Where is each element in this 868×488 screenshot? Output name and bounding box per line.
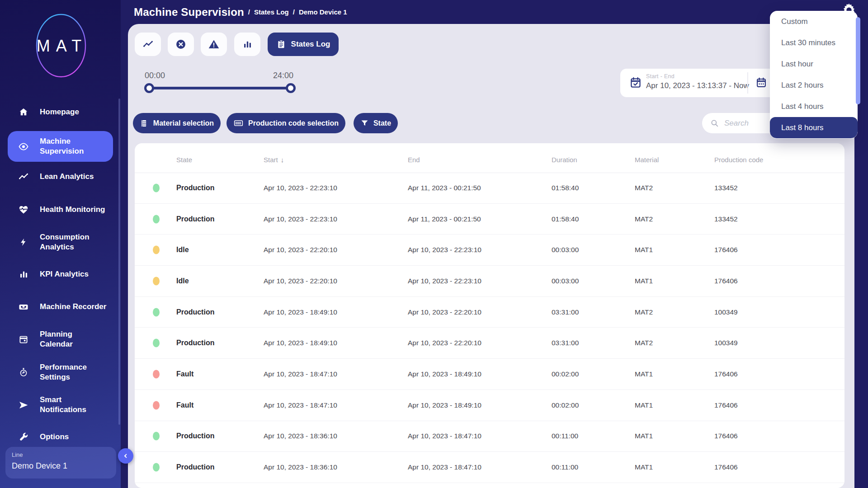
date-range-picker[interactable]: Start - End Apr 10, 2023 - 13:13:37 - No… [620, 69, 788, 97]
table-row[interactable]: FaultApr 10, 2023 - 18:47:10Apr 10, 2023… [135, 359, 844, 390]
sidebar-item-kpi-analytics[interactable]: KPI Analytics [8, 269, 113, 280]
cell-state: Production [176, 184, 214, 192]
cell-duration: 01:58:40 [552, 184, 579, 192]
column-header-production-code[interactable]: Production code [714, 156, 763, 164]
column-header-duration[interactable]: Duration [552, 156, 577, 164]
trend-icon [142, 39, 154, 50]
menu-item-last-2-hours[interactable]: Last 2 hours [770, 75, 858, 96]
table-row[interactable]: IdleApr 10, 2023 - 22:20:10Apr 10, 2023 … [135, 235, 844, 266]
menu-item-last-8-hours[interactable]: Last 8 hours [770, 117, 858, 138]
column-header-state[interactable]: State [176, 156, 192, 164]
breadcrumb-section[interactable]: States Log [254, 8, 289, 16]
sidebar-scrollbar[interactable] [118, 99, 120, 425]
table-row[interactable]: ProductionApr 10, 2023 - 22:23:10Apr 11,… [135, 204, 844, 235]
status-dot-production [153, 308, 160, 316]
sidebar-item-options[interactable]: Options [8, 432, 113, 442]
date-range-label: Start - End [646, 73, 675, 80]
cell-duration: 00:11:00 [552, 463, 578, 471]
cell-state: Production [176, 215, 214, 223]
home-icon [18, 107, 29, 117]
cell-duration: 03:31:00 [552, 339, 579, 347]
sidebar-item-machine-recorder[interactable]: Machine Recorder [8, 301, 113, 312]
column-header-material[interactable]: Material [635, 156, 659, 164]
status-dot-fault [153, 401, 160, 409]
sort-descending-icon: ↓ [281, 156, 284, 164]
sidebar-item-machine-supervision[interactable]: Machine Supervision [8, 131, 113, 162]
cell-start: Apr 10, 2023 - 18:47:10 [264, 401, 337, 409]
calendar-check-icon [629, 76, 642, 89]
table-row[interactable]: ProductionApr 10, 2023 - 22:23:10Apr 11,… [135, 173, 844, 204]
breadcrumb-device[interactable]: Demo Device 1 [299, 8, 347, 16]
sidebar-item-homepage[interactable]: Homepage [8, 107, 113, 117]
sidebar-item-health-monitoring[interactable]: Health Monitoring [8, 204, 113, 215]
cell-production-code: 100349 [714, 339, 738, 347]
table-row[interactable]: ProductionApr 10, 2023 - 18:36:10Apr 10,… [135, 452, 844, 483]
table-row[interactable]: IdleApr 10, 2023 - 22:20:10Apr 10, 2023 … [135, 266, 844, 297]
state-filter-button[interactable]: State [354, 113, 398, 133]
tab-states-log[interactable]: States Log [268, 33, 339, 56]
cell-state: Production [176, 463, 214, 471]
time-slider-track[interactable] [148, 87, 292, 89]
funnel-icon [360, 119, 369, 127]
status-dot-production [153, 463, 160, 472]
menu-item-last-30-minutes[interactable]: Last 30 minutes [770, 32, 858, 53]
sidebar-item-label: Performance Settings [40, 362, 95, 382]
bar-chart-icon [18, 269, 29, 280]
calendar-dots-icon[interactable] [755, 77, 767, 89]
page-scrollbar[interactable] [856, 17, 860, 104]
table-row[interactable]: ProductionApr 10, 2023 - 18:49:10Apr 10,… [135, 297, 844, 328]
device-type-label: Line [12, 451, 110, 458]
status-dot-idle [153, 277, 160, 285]
sidebar-item-consumption-analytics[interactable]: Consumption Analytics [8, 232, 113, 252]
sidebar-item-label: Homepage [40, 107, 79, 117]
menu-item-last-4-hours[interactable]: Last 4 hours [770, 96, 858, 117]
sidebar-item-label: Options [40, 432, 69, 442]
cell-duration: 00:11:00 [552, 432, 578, 440]
column-header-start[interactable]: Start↓ [264, 156, 284, 164]
menu-item-custom[interactable]: Custom [770, 11, 858, 32]
cell-material: MAT2 [635, 184, 653, 192]
slider-end-label: 24:00 [268, 71, 293, 80]
sidebar-item-label: KPI Analytics [40, 269, 89, 279]
material-icon [140, 119, 149, 128]
cell-duration: 01:58:40 [552, 215, 579, 223]
cell-production-code: 100349 [714, 308, 738, 316]
breadcrumb: Machine Supervision / States Log / Demo … [134, 0, 347, 24]
sidebar-item-lean-analytics[interactable]: Lean Analytics [8, 171, 113, 182]
cell-end: Apr 10, 2023 - 22:20:10 [408, 339, 481, 347]
time-slider-handle-start[interactable] [144, 83, 154, 93]
table-row[interactable]: ProductionApr 10, 2023 - 18:49:10Apr 10,… [135, 328, 844, 359]
sidebar-item-performance-settings[interactable]: Performance Settings [8, 362, 113, 382]
device-card[interactable]: Line Demo Device 1 [5, 447, 116, 479]
brand-logo: MAT [36, 14, 86, 78]
cell-production-code: 176406 [714, 277, 738, 285]
cell-duration: 00:02:00 [552, 401, 579, 409]
sidebar-item-smart-notifications[interactable]: Smart Notifications [8, 395, 113, 415]
sidebar-collapse-button[interactable] [118, 448, 133, 464]
tab-bar-chart[interactable] [234, 33, 260, 56]
menu-item-last-hour[interactable]: Last hour [770, 53, 858, 75]
breadcrumb-separator: / [248, 8, 250, 16]
table-row[interactable]: FaultApr 10, 2023 - 18:47:10Apr 10, 2023… [135, 390, 844, 421]
cell-state: Production [176, 339, 214, 347]
eye-icon [18, 141, 29, 152]
sidebar-item-label: Planning Calendar [40, 329, 95, 349]
sidebar-item-planning-calendar[interactable]: Planning Calendar [8, 329, 113, 349]
cell-end: Apr 10, 2023 - 18:47:10 [408, 463, 481, 471]
tab-stops[interactable] [168, 33, 194, 56]
material-selection-button[interactable]: Material selection [133, 113, 221, 133]
cell-material: MAT2 [635, 339, 653, 347]
cell-material: MAT1 [635, 246, 653, 254]
divider [747, 72, 748, 94]
time-slider-handle-end[interactable] [286, 83, 296, 93]
cell-start: Apr 10, 2023 - 18:36:10 [264, 463, 337, 471]
page-title: Machine Supervision [134, 6, 244, 19]
production-code-selection-button[interactable]: Production code selection [226, 113, 345, 133]
column-header-end[interactable]: End [408, 156, 420, 164]
sidebar-item-label: Lean Analytics [40, 172, 94, 182]
tab-trend-chart[interactable] [135, 33, 161, 56]
cell-production-code: 133452 [714, 215, 738, 223]
tab-alarms[interactable] [201, 33, 227, 56]
table-row[interactable]: ProductionApr 10, 2023 - 18:36:10Apr 10,… [135, 421, 844, 452]
material-selection-label: Material selection [153, 119, 214, 127]
